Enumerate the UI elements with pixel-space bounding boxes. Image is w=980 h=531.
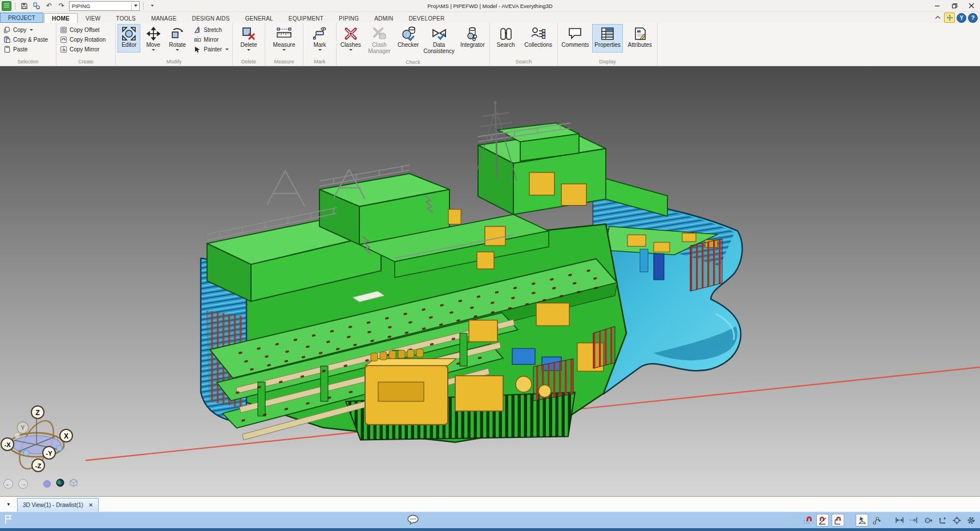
comments-icon bbox=[568, 26, 582, 42]
app-logo-icon[interactable] bbox=[2, 1, 11, 11]
ribbon-group-delete: Delete Delete bbox=[233, 23, 265, 66]
checker-button[interactable]: Checker bbox=[396, 24, 421, 53]
navigate-mode-icon[interactable] bbox=[944, 13, 955, 23]
tab-admin[interactable]: ADMIN bbox=[367, 14, 400, 23]
copy-rotation-button[interactable]: Copy Rotation bbox=[58, 35, 107, 44]
save-icon[interactable] bbox=[19, 1, 29, 10]
close-button[interactable] bbox=[963, 0, 980, 11]
comment-bubble-icon[interactable] bbox=[407, 514, 419, 528]
iso-cube-icon[interactable] bbox=[70, 478, 78, 489]
magnet-angle-snap-icon[interactable] bbox=[816, 514, 829, 526]
search-button[interactable]: Search bbox=[492, 24, 520, 53]
redo-icon[interactable]: ↷ bbox=[56, 1, 67, 10]
move-button[interactable]: Move bbox=[141, 24, 164, 53]
clash-manager-icon bbox=[372, 26, 387, 42]
minimize-button[interactable] bbox=[929, 0, 946, 11]
separator bbox=[15, 2, 15, 10]
aveva-y-icon[interactable]: Y bbox=[957, 13, 966, 23]
tab-design-aids[interactable]: DESIGN AIDS bbox=[185, 14, 237, 23]
mirror-button[interactable]: Mirror bbox=[192, 35, 230, 44]
collapse-ribbon-icon[interactable] bbox=[933, 15, 942, 21]
copy-button[interactable]: Copy bbox=[2, 25, 50, 34]
clashes-button[interactable]: Clashes bbox=[338, 24, 363, 53]
orbit-point-icon[interactable] bbox=[43, 480, 51, 488]
svg-text:X: X bbox=[64, 432, 68, 440]
tab-manage[interactable]: MANAGE bbox=[144, 14, 184, 23]
tab-view[interactable]: VIEW bbox=[78, 14, 108, 23]
3d-viewport[interactable]: Y Z X -X -Y -Z ← bbox=[0, 66, 980, 496]
tab-tools[interactable]: TOOLS bbox=[108, 14, 143, 23]
globe-view-icon[interactable] bbox=[56, 478, 64, 489]
tab-developer[interactable]: DEVELOPER bbox=[401, 14, 452, 23]
ribbon-group-search: Search Collections Search bbox=[490, 23, 558, 66]
integrator-button[interactable]: Integrator bbox=[457, 24, 488, 53]
copy-and-paste-button[interactable]: Copy & Paste bbox=[2, 35, 50, 44]
step-to-edge-icon[interactable] bbox=[908, 514, 920, 526]
position-axes-icon[interactable] bbox=[937, 514, 948, 526]
paste-button[interactable]: Paste bbox=[2, 45, 50, 54]
measure-icon bbox=[276, 26, 292, 42]
gizmo-axis-neg-y[interactable]: -Y bbox=[43, 446, 55, 459]
gizmo-axis-neg-z[interactable]: -Z bbox=[32, 459, 44, 472]
editor-button[interactable]: Editor bbox=[118, 24, 140, 53]
collections-button[interactable]: Collections bbox=[521, 24, 556, 53]
gizmo-axis-z[interactable]: Z bbox=[31, 406, 44, 419]
stretch-button[interactable]: Stretch bbox=[192, 25, 230, 34]
view-back-icon[interactable]: ← bbox=[3, 479, 13, 489]
orbit-center-icon[interactable] bbox=[922, 514, 934, 526]
rotate-button[interactable]: Rotate bbox=[166, 24, 189, 53]
tab-home[interactable]: HOME bbox=[44, 13, 78, 23]
copy-mirror-button[interactable]: Copy Mirror bbox=[58, 45, 107, 54]
chevron-down-icon[interactable] bbox=[131, 2, 139, 10]
attributes-button[interactable]: Attributes bbox=[624, 24, 655, 53]
grid-snap-icon[interactable] bbox=[788, 514, 799, 526]
view-tab-label: 3D View(1) - Drawlist(1) bbox=[23, 502, 83, 508]
comments-button[interactable]: Comments bbox=[560, 24, 591, 53]
gizmo-axis-neg-x[interactable]: -X bbox=[1, 438, 14, 450]
restore-button[interactable] bbox=[946, 0, 963, 11]
ribbon-group-mark: Mark Mark bbox=[303, 23, 337, 66]
painter-button[interactable]: Painter bbox=[192, 45, 230, 54]
tab-general[interactable]: GENERAL bbox=[238, 14, 281, 23]
customize-toolbar-icon[interactable] bbox=[147, 1, 157, 10]
gizmo-axis-x[interactable]: X bbox=[60, 429, 72, 442]
measure-button[interactable]: Measure bbox=[267, 24, 301, 53]
mark-button[interactable]: Mark bbox=[305, 24, 334, 53]
magnet-grid-snap-icon[interactable] bbox=[802, 514, 813, 526]
ribbon-home: Copy Copy & Paste Paste Selection Copy O… bbox=[0, 23, 980, 66]
tab-project[interactable]: PROJECT bbox=[0, 13, 43, 23]
status-bar bbox=[0, 512, 980, 528]
properties-icon bbox=[601, 26, 614, 42]
svg-text:Z: Z bbox=[35, 409, 39, 417]
measure-distance-icon[interactable] bbox=[894, 514, 905, 526]
ship-model-3d[interactable] bbox=[0, 66, 980, 496]
data-consistency-button[interactable]: Data Consistency bbox=[422, 24, 456, 59]
rotate-icon bbox=[170, 26, 185, 42]
snap-settings-icon[interactable] bbox=[965, 514, 977, 526]
crosshair-icon[interactable] bbox=[951, 514, 962, 526]
view-forward-icon[interactable]: → bbox=[18, 479, 28, 489]
tab-equipment[interactable]: EQUIPMENT bbox=[281, 14, 331, 23]
delete-button[interactable]: Delete bbox=[234, 24, 263, 53]
magnet-path-snap-icon[interactable] bbox=[832, 514, 844, 526]
help-icon[interactable]: ? bbox=[968, 13, 978, 23]
discipline-selector[interactable]: PIPING bbox=[69, 1, 140, 11]
node-link-icon[interactable] bbox=[871, 514, 882, 526]
view-tab-active[interactable]: 3D View(1) - Drawlist(1) ✕ bbox=[17, 498, 99, 512]
tab-list-icon[interactable]: ▼ bbox=[0, 497, 17, 512]
pointer-snap-icon[interactable] bbox=[856, 514, 868, 526]
copy-offset-button[interactable]: Copy Offset bbox=[58, 25, 107, 34]
close-view-icon[interactable]: ✕ bbox=[88, 502, 93, 508]
svg-text:-X: -X bbox=[5, 441, 11, 448]
svg-text:-Z: -Z bbox=[35, 462, 42, 469]
checker-icon bbox=[401, 26, 416, 42]
undo-icon[interactable]: ↶ bbox=[44, 1, 54, 10]
view-navigation-bar: ← → bbox=[3, 478, 78, 489]
properties-button[interactable]: Properties bbox=[592, 24, 623, 53]
tab-piping[interactable]: PIPING bbox=[331, 14, 366, 23]
orientation-gizmo[interactable]: Y Z X -X -Y -Z bbox=[0, 403, 75, 472]
discipline-selector-value: PIPING bbox=[72, 3, 90, 9]
publish-model-icon[interactable] bbox=[31, 1, 42, 10]
title-bar: ↶ ↷ PIPING ProjAMS | PIPEFWD | Model - A… bbox=[0, 0, 980, 12]
mark-icon bbox=[313, 26, 327, 42]
